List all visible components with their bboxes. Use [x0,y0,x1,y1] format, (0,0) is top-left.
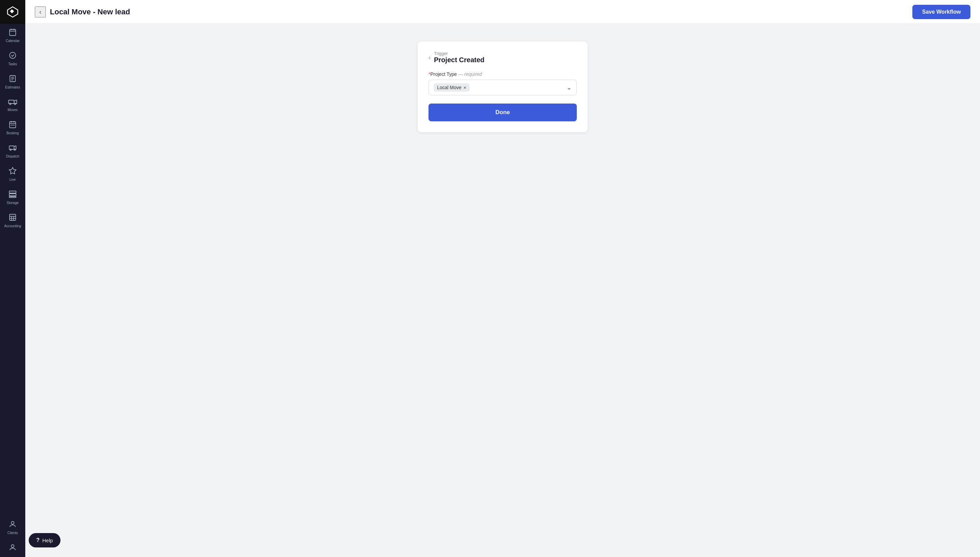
tag-label: Local Move [437,85,462,90]
svg-rect-22 [9,191,16,193]
local-move-tag: Local Move × [434,83,469,91]
app-logo[interactable] [0,0,25,24]
sidebar-item-live[interactable]: Live [0,163,25,186]
main-content: ‹ Local Move - New lead Save Workflow ‹ … [25,0,980,557]
help-label: Help [42,537,53,543]
required-hint: — required [458,72,482,77]
sidebar-item-estimates[interactable]: Estimates [0,70,25,94]
svg-point-21 [14,149,15,150]
trigger-back-icon[interactable]: ‹ [428,54,431,61]
sidebar-item-label: Dispatch [6,155,20,158]
svg-point-30 [11,521,14,524]
header: ‹ Local Move - New lead Save Workflow [25,0,980,24]
project-type-group: *Project Type — required Local Move × ⌄ [428,72,577,95]
sidebar-item-label: Accounting [4,224,21,228]
trigger-header-text: Trigger Project Created [434,51,485,64]
sidebar-bottom: Clients [0,516,25,557]
chevron-down-icon[interactable]: ⌄ [567,84,571,91]
sidebar-item-label: Clients [8,531,18,535]
help-button[interactable]: ? Help [29,533,60,547]
project-type-select[interactable]: Local Move × ⌄ [428,80,577,95]
svg-rect-0 [10,29,16,36]
logo-icon [7,6,19,18]
svg-rect-25 [10,214,16,220]
sidebar-item-label: Booking [7,131,19,135]
sidebar-item-label: Estimates [5,85,20,90]
workflow-canvas: ‹ Trigger Project Created *Project Type … [25,24,980,557]
user-icon [8,543,17,553]
tasks-icon [8,51,17,61]
accounting-icon [8,213,17,223]
sidebar-item-clients[interactable]: Clients [0,516,25,539]
trigger-card: ‹ Trigger Project Created *Project Type … [417,41,588,133]
sidebar-item-tasks[interactable]: Tasks [0,47,25,70]
sidebar: Calendar Tasks Estimates Moves [0,0,25,557]
project-type-label: *Project Type — required [428,72,577,77]
sidebar-item-storage[interactable]: Storage [0,186,25,209]
sidebar-item-label: Calendar [6,39,20,43]
sidebar-item-calendar[interactable]: Calendar [0,24,25,47]
svg-point-20 [10,149,11,150]
sidebar-item-user[interactable] [0,539,25,557]
sidebar-item-moves[interactable]: Moves [0,94,25,116]
help-icon: ? [36,537,40,543]
sidebar-item-label: Moves [8,108,18,112]
sidebar-item-accounting[interactable]: Accounting [0,209,25,232]
svg-point-10 [10,103,11,104]
sidebar-item-label: Storage [7,201,18,205]
svg-rect-9 [8,100,14,104]
page-title: Local Move - New lead [50,8,908,16]
trigger-label: Trigger [434,51,485,56]
select-tags: Local Move × [434,83,469,91]
svg-point-4 [10,52,16,59]
clients-icon [8,520,17,530]
calendar-icon [8,28,17,37]
live-icon [8,167,17,176]
svg-rect-19 [9,146,14,149]
trigger-header: ‹ Trigger Project Created [428,51,577,64]
svg-rect-23 [9,194,16,196]
estimates-icon [8,75,17,84]
save-workflow-button[interactable]: Save Workflow [912,5,970,19]
svg-point-11 [15,103,16,104]
sidebar-item-booking[interactable]: Booking [0,116,25,139]
sidebar-item-label: Tasks [8,62,17,66]
done-button[interactable]: Done [428,104,577,121]
storage-icon [8,190,17,200]
tag-remove-button[interactable]: × [464,85,466,90]
back-button[interactable]: ‹ [35,7,46,18]
trigger-title: Project Created [434,56,485,64]
dispatch-icon [8,143,17,153]
moves-icon [8,98,17,107]
sidebar-item-dispatch[interactable]: Dispatch [0,139,25,163]
booking-icon [8,120,17,130]
svg-point-31 [11,545,14,547]
sidebar-item-label: Live [10,178,16,182]
svg-rect-24 [9,197,16,197]
